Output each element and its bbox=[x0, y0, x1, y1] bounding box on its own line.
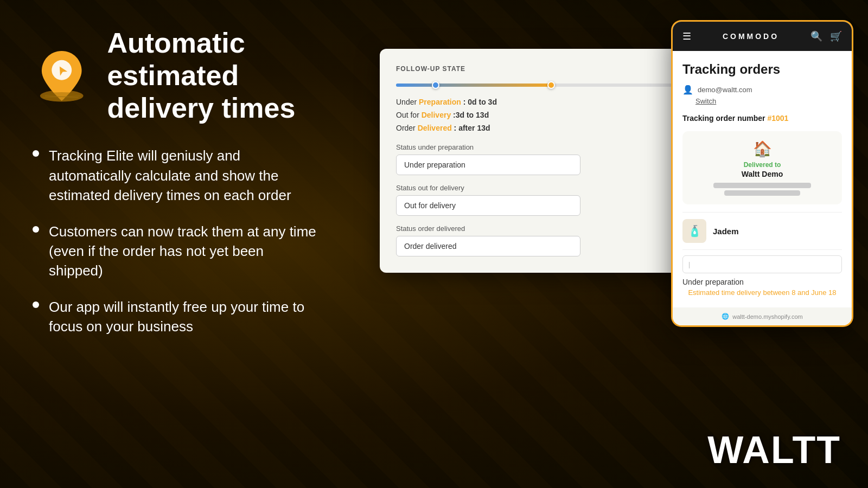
footer-globe-icon: 🌐 bbox=[722, 313, 729, 320]
mobile-topbar: ☰ COMMODO 🔍 🛒 bbox=[673, 22, 852, 51]
delivered-to-name: Waltt Demo bbox=[742, 170, 783, 178]
estimated-delivery-time: Estimated time delivery between 8 and Ju… bbox=[682, 288, 842, 297]
menu-icon[interactable]: ☰ bbox=[682, 30, 691, 42]
bullet-list: Tracking Elite will geniusly and automat… bbox=[33, 146, 320, 336]
home-icon: 🏠 bbox=[753, 140, 772, 158]
range3-prefix: Order bbox=[396, 124, 418, 132]
blurred-address-2 bbox=[724, 190, 800, 196]
bullet-item-2: Customers can now track them at any time… bbox=[33, 222, 320, 281]
left-panel: Automatic estimated delivery times Track… bbox=[0, 0, 347, 488]
under-preparation-status: Under preparation bbox=[682, 278, 842, 286]
page-content: Automatic estimated delivery times Track… bbox=[0, 0, 868, 488]
status1-input[interactable]: Under preparation bbox=[396, 155, 580, 175]
blurred-address-1 bbox=[713, 183, 811, 188]
range1-suffix: : 0d to 3d bbox=[461, 98, 497, 106]
slider-container bbox=[396, 84, 678, 87]
range1-highlight: Preparation bbox=[419, 98, 461, 106]
range-row-2: Out for Delivery :3d to 13d bbox=[396, 111, 678, 119]
tracking-number-prefix: Tracking order number bbox=[682, 114, 767, 123]
range-row-1: Under Preparation : 0d to 3d bbox=[396, 98, 678, 106]
status3-label: Status order delivered bbox=[396, 224, 678, 233]
account-email: demo@waltt.com bbox=[698, 86, 752, 94]
status-field-2: Status out for delivery Out for delivery bbox=[396, 184, 678, 216]
bullet-item-1: Tracking Elite will geniusly and automat… bbox=[33, 146, 320, 205]
cart-icon[interactable]: 🛒 bbox=[830, 30, 842, 42]
status1-label: Status under preparation bbox=[396, 143, 678, 151]
admin-section-label: FOLLOW-UP STATE bbox=[396, 65, 678, 73]
status3-input[interactable]: Order delivered bbox=[396, 236, 580, 256]
brand-logo-text: WALTT bbox=[707, 429, 841, 471]
slider-thumb-left[interactable] bbox=[432, 81, 439, 89]
bullet-text-1: Tracking Elite will geniusly and automat… bbox=[49, 146, 320, 205]
order-item-name: Jadem bbox=[713, 227, 739, 236]
slider-fill bbox=[396, 84, 551, 87]
main-title: Automatic estimated delivery times bbox=[107, 27, 320, 124]
account-row: 👤 demo@waltt.com bbox=[682, 85, 842, 95]
tracking-number-row: Tracking order number #1001 bbox=[682, 114, 842, 123]
tracking-title: Tracking orders bbox=[682, 62, 842, 77]
bullet-dot-1 bbox=[33, 150, 39, 157]
account-icon: 👤 bbox=[682, 85, 693, 95]
delivered-to-label: Delivered to bbox=[744, 161, 781, 169]
status-section: Status under preparation Under preparati… bbox=[396, 143, 678, 256]
header-row: Automatic estimated delivery times bbox=[33, 27, 320, 124]
bullet-text-2: Customers can now track them at any time… bbox=[49, 222, 320, 281]
status2-label: Status out for delivery bbox=[396, 184, 678, 192]
status2-input[interactable]: Out for delivery bbox=[396, 195, 580, 216]
bullet-dot-3 bbox=[33, 301, 39, 308]
order-status-input-field[interactable]: | bbox=[682, 255, 842, 273]
bullet-item-3: Our app will instantly free up your time… bbox=[33, 297, 320, 337]
mobile-footer: 🌐 waltt-demo.myshopify.com bbox=[673, 307, 852, 325]
delivery-info-box: 🏠 Delivered to Waltt Demo bbox=[682, 131, 842, 204]
footer-link[interactable]: waltt-demo.myshopify.com bbox=[732, 313, 802, 320]
range2-highlight: Delivery bbox=[422, 111, 451, 119]
mobile-body: Tracking orders 👤 demo@waltt.com Switch … bbox=[673, 51, 852, 307]
slider-thumb-right[interactable] bbox=[547, 81, 555, 89]
bullet-dot-2 bbox=[33, 226, 39, 233]
range-row-3: Order Delivered : after 13d bbox=[396, 124, 678, 132]
brand-name: COMMODO bbox=[723, 32, 779, 41]
range2-prefix: Out for bbox=[396, 111, 422, 119]
admin-card: FOLLOW-UP STATE Under Preparation : 0d t… bbox=[380, 49, 694, 273]
range3-suffix: : after 13d bbox=[452, 124, 490, 132]
order-item-row: 🧴 Jadem bbox=[682, 212, 842, 250]
range2-suffix: :3d to 13d bbox=[451, 111, 489, 119]
brand-logo-area: WALTT bbox=[707, 428, 841, 472]
range1-prefix: Under bbox=[396, 98, 419, 106]
range3-highlight: Delivered bbox=[418, 124, 452, 132]
bullet-text-3: Our app will instantly free up your time… bbox=[49, 297, 320, 337]
delivery-ranges: Under Preparation : 0d to 3d Out for Del… bbox=[396, 98, 678, 132]
mobile-card: ☰ COMMODO 🔍 🛒 Tracking orders 👤 demo@wal… bbox=[673, 22, 852, 325]
tracking-number-value: #1001 bbox=[767, 114, 788, 123]
search-icon[interactable]: 🔍 bbox=[810, 30, 822, 42]
slider-track bbox=[396, 84, 678, 87]
switch-link[interactable]: Switch bbox=[695, 97, 842, 105]
location-pin-icon bbox=[33, 38, 91, 114]
status-field-3: Status order delivered Order delivered bbox=[396, 224, 678, 256]
order-item-thumbnail: 🧴 bbox=[682, 219, 706, 243]
right-panel: FOLLOW-UP STATE Under Preparation : 0d t… bbox=[347, 0, 868, 488]
status-field-1: Status under preparation Under preparati… bbox=[396, 143, 678, 175]
